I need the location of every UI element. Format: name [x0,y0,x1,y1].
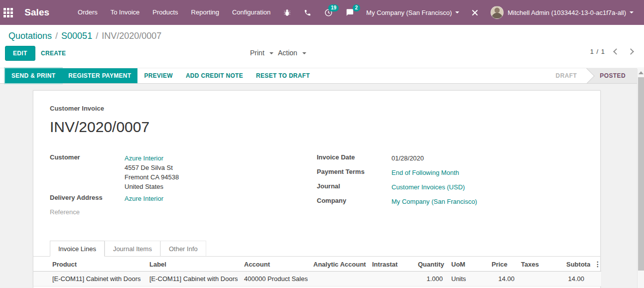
breadcrumb-quotations[interactable]: Quotations [8,31,52,41]
edit-button[interactable]: EDIT [5,46,35,61]
print-dropdown[interactable]: Print [250,49,273,57]
invoice-lines-table: Product Label Account Analytic Account I… [33,257,601,287]
tab-invoice-lines[interactable]: Invoice Lines [50,241,105,257]
reset-to-draft-button[interactable]: RESET TO DRAFT [250,68,316,83]
cell-uom[interactable]: Units [449,272,488,287]
user-avatar [491,6,504,19]
customer-value-link[interactable]: Azure Interior [125,154,163,162]
invoice-date-value[interactable]: 01/28/2020 [391,153,424,163]
customer-address-city: Fremont CA 94538 [125,172,179,182]
col-taxes[interactable]: Taxes [516,257,562,272]
tab-other-info[interactable]: Other Info [160,241,206,257]
action-dropdown[interactable]: Action [278,49,306,57]
optional-columns-icon[interactable]: ⋮ [590,257,601,272]
send-and-print-button[interactable]: SEND & PRINT [5,68,62,83]
user-name: Mitchell Admin (1033442-13-0-ac1f7a-all) [508,9,626,16]
menu-orders[interactable]: Orders [71,0,104,25]
customer-field: Customer Azure Interior 4557 De Silva St… [50,153,317,191]
delivery-address-value-link[interactable]: Azure Interior [125,195,163,202]
scrollbar-up-arrow-icon[interactable] [639,71,644,74]
messages-button[interactable]: 2 [339,0,361,25]
cell-subtotal[interactable]: 14.00 [562,272,590,287]
menu-products[interactable]: Products [146,0,184,25]
reference-field: Reference [50,208,317,216]
scrollbar-thumb[interactable] [638,77,644,271]
col-uom[interactable]: UoM [449,257,488,272]
support-tools-button[interactable] [465,0,485,25]
bug-icon [283,8,291,16]
cell-label[interactable]: [E-COM11] Cabinet with Doors [145,272,240,287]
status-widget: DRAFT POSTED [549,68,637,83]
main-menu: Orders To Invoice Products Reporting Con… [71,0,277,25]
payment-terms-value-link[interactable]: End of Following Month [391,169,459,176]
pager: 1 / 1 [590,48,633,55]
invoice-sheet: Customer Invoice INV/2020/0007 Customer … [33,90,601,288]
control-buttons-row: EDIT CREATE Print Action 1 / 1 [0,45,644,65]
cell-price[interactable]: 14.00 [488,272,516,287]
col-quantity[interactable]: Quantity [414,257,449,272]
activities-button[interactable]: 19 [318,0,339,25]
cell-product[interactable]: [E-COM11] Cabinet with Doors [33,272,145,287]
cell-account[interactable]: 400000 Product Sales [240,272,309,287]
preview-button[interactable]: PREVIEW [137,68,179,83]
activity-count-badge: 19 [328,4,339,11]
create-button[interactable]: CREATE [36,46,71,61]
menu-reporting[interactable]: Reporting [185,0,226,25]
register-payment-button[interactable]: REGISTER PAYMENT [62,68,137,83]
control-panel: Quotations/S00051/INV/2020/0007 EDIT CRE… [0,25,644,68]
company-switcher[interactable]: My Company (San Francisco) [361,0,465,25]
delivery-address-label: Delivery Address [50,194,125,203]
reference-label: Reference [50,208,125,216]
navbar-systray: 19 2 My Company (San Francisco) Mitchell… [277,0,644,25]
chevron-down-icon [455,11,459,13]
statusbar-buttons: SEND & PRINT REGISTER PAYMENT PREVIEW AD… [0,68,644,83]
cell-analytic-account[interactable] [309,272,368,287]
company-value-link[interactable]: My Company (San Francisco) [391,198,477,205]
payment-terms-label: Payment Terms [317,168,391,177]
col-price[interactable]: Price [488,257,516,272]
tab-journal-items[interactable]: Journal Items [105,241,160,257]
app-title[interactable]: Sales [24,7,49,18]
cell-taxes[interactable] [516,272,562,287]
breadcrumb-separator: / [55,31,58,41]
action-label: Action [278,49,297,57]
menu-configuration[interactable]: Configuration [226,0,277,25]
user-menu[interactable]: Mitchell Admin (1033442-13-0-ac1f7a-all) [485,0,639,25]
col-account[interactable]: Account [240,257,309,272]
chevron-down-icon [269,52,273,54]
col-analytic-account[interactable]: Analytic Account [309,257,368,272]
add-credit-note-button[interactable]: ADD CREDIT NOTE [179,68,250,83]
cell-quantity[interactable]: 1.000 [414,272,449,287]
right-field-group: Invoice Date 01/28/2020 Payment Terms En… [317,153,584,221]
journal-value-link[interactable]: Customer Invoices (USD) [391,183,465,191]
apps-menu-button[interactable] [0,0,16,25]
pager-next-icon[interactable] [628,48,634,55]
odoo-window: Sales Orders To Invoice Products Reporti… [0,0,644,288]
company-field: Company My Company (San Francisco) [317,197,584,206]
table-header-row: Product Label Account Analytic Account I… [33,257,601,272]
chevron-down-icon [630,11,634,13]
col-intrastat[interactable]: Intrastat [368,257,414,272]
breadcrumb-current: INV/2020/0007 [102,31,161,41]
customer-address-street: 4557 De Silva St [125,163,179,172]
cell-intrastat[interactable] [368,272,414,287]
breadcrumb-separator: / [96,31,98,41]
debug-bug-button[interactable] [277,0,297,25]
table-row[interactable]: [E-COM11] Cabinet with Doors [E-COM11] C… [33,272,601,287]
col-subtotal[interactable]: Subtotal [562,257,590,272]
state-posted-label: POSTED [600,72,626,79]
journal-field: Journal Customer Invoices (USD) [317,182,584,192]
col-product[interactable]: Product [33,257,145,272]
pager-previous-icon[interactable] [613,48,620,55]
breadcrumb: Quotations/S00051/INV/2020/0007 [0,25,644,41]
invoice-field-groups: Customer Azure Interior 4557 De Silva St… [50,153,584,221]
menu-to-invoice[interactable]: To Invoice [104,0,146,25]
col-label[interactable]: Label [145,257,240,272]
state-posted[interactable]: POSTED [587,68,637,83]
pager-count: 1 / 1 [590,48,605,55]
company-label: Company [317,197,391,206]
vertical-scrollbar[interactable] [637,69,644,288]
voip-phone-button[interactable] [297,0,318,25]
customer-address-country: United States [125,182,179,191]
breadcrumb-s00051[interactable]: S00051 [61,31,92,41]
